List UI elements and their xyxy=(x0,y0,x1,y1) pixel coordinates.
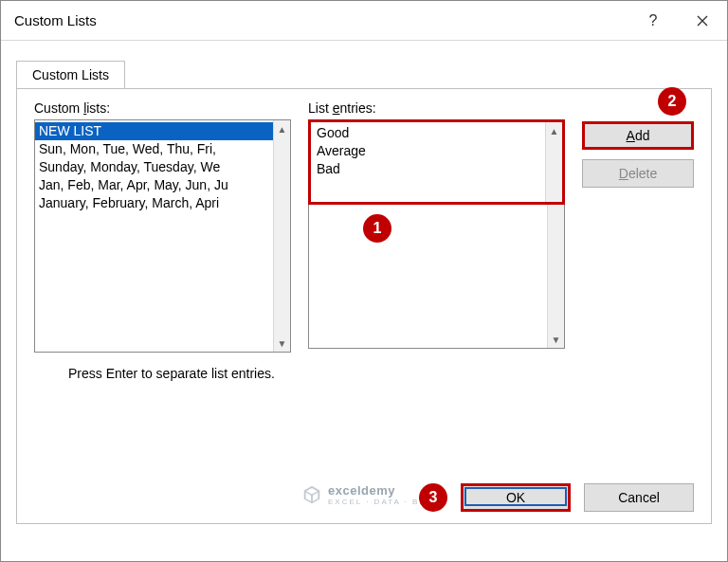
titlebar: Custom Lists ? xyxy=(1,1,727,41)
list-entries-label: List entries: xyxy=(308,100,565,116)
scroll-up-icon[interactable]: ▲ xyxy=(546,122,562,139)
custom-lists-box[interactable]: NEW LIST Sun, Mon, Tue, Wed, Thu, Fri, S… xyxy=(34,119,291,353)
list-entries-wrap: Good Average Bad ▲ ▼ xyxy=(308,119,565,349)
watermark-sub: EXCEL · DATA · BI xyxy=(328,498,424,506)
tab-custom-lists[interactable]: Custom Lists xyxy=(16,61,125,89)
list-entries-content: Good Average Bad xyxy=(311,122,545,202)
callout-badge-3: 3 xyxy=(419,483,447,512)
cancel-button[interactable]: Cancel xyxy=(584,483,694,512)
list-item[interactable]: Sunday, Monday, Tuesday, We xyxy=(35,158,273,176)
close-icon xyxy=(697,15,708,27)
custom-lists-label: Custom lists: xyxy=(34,100,291,116)
custom-lists-column: Custom lists: NEW LIST Sun, Mon, Tue, We… xyxy=(34,100,291,353)
scroll-down-icon[interactable]: ▼ xyxy=(548,331,564,348)
list-item[interactable]: Jan, Feb, Mar, Apr, May, Jun, Ju xyxy=(35,176,273,194)
list-item[interactable]: Sun, Mon, Tue, Wed, Thu, Fri, xyxy=(35,140,273,158)
entry-line: Bad xyxy=(317,160,539,178)
watermark: exceldemy EXCEL · DATA · BI xyxy=(301,483,424,506)
scroll-track[interactable] xyxy=(546,139,562,202)
scroll-track[interactable] xyxy=(548,205,564,331)
dialog-footer: 3 OK Cancel xyxy=(419,483,694,512)
tab-row: Custom Lists xyxy=(1,41,727,88)
scrollbar[interactable]: ▼ xyxy=(547,205,564,348)
help-button[interactable]: ? xyxy=(628,1,678,41)
list-entries-column: List entries: Good Average Bad ▲ xyxy=(308,100,565,353)
close-button[interactable] xyxy=(678,1,727,41)
scroll-up-icon[interactable]: ▲ xyxy=(274,120,290,137)
watermark-brand: exceldemy xyxy=(328,483,424,498)
custom-lists-content: NEW LIST Sun, Mon, Tue, Wed, Thu, Fri, S… xyxy=(35,120,273,352)
cube-icon xyxy=(301,484,322,505)
scrollbar[interactable]: ▲ xyxy=(545,122,562,202)
entry-line: Good xyxy=(317,124,539,142)
list-entries-input[interactable]: Good Average Bad ▲ xyxy=(308,119,565,205)
scrollbar[interactable]: ▲ ▼ xyxy=(273,120,290,352)
hint-text: Press Enter to separate list entries. xyxy=(34,366,694,381)
list-entries-input-lower[interactable]: ▼ xyxy=(308,205,565,349)
list-item[interactable]: NEW LIST xyxy=(35,122,273,140)
scroll-track[interactable] xyxy=(274,137,290,335)
ok-button[interactable]: OK xyxy=(461,483,571,512)
add-button[interactable]: Add xyxy=(582,121,694,150)
scroll-down-icon[interactable]: ▼ xyxy=(274,335,290,352)
callout-badge-2: 2 xyxy=(658,87,686,116)
dialog-title: Custom Lists xyxy=(14,12,628,28)
custom-lists-dialog: Custom Lists ? Custom Lists Custom lists… xyxy=(0,0,728,562)
tab-panel: Custom lists: NEW LIST Sun, Mon, Tue, We… xyxy=(16,88,712,524)
delete-button[interactable]: Delete xyxy=(582,159,694,188)
buttons-column: Add Delete 2 xyxy=(582,100,694,353)
entry-line: Average xyxy=(317,142,539,160)
callout-badge-1: 1 xyxy=(363,214,391,243)
list-item[interactable]: January, February, March, Apri xyxy=(35,194,273,212)
